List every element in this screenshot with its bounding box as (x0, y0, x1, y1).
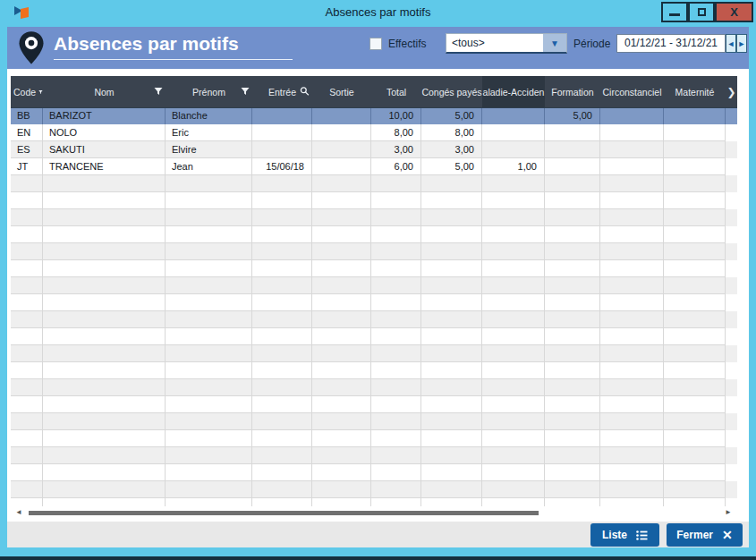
periode-next-button[interactable]: ► (736, 34, 747, 53)
table-cell-nom (43, 175, 166, 192)
table-cell-formation (545, 294, 600, 311)
table-row[interactable] (11, 498, 737, 506)
table-row[interactable] (11, 362, 737, 379)
table-cell-maladie_accident (482, 362, 545, 379)
table-cell-maternite (664, 311, 726, 328)
table-row[interactable] (11, 413, 737, 430)
table-cell-entree (252, 311, 312, 328)
table-row[interactable] (11, 447, 737, 464)
table-row[interactable] (11, 277, 737, 294)
table-cell-formation (545, 277, 600, 294)
table-row[interactable] (11, 481, 737, 498)
minimize-button[interactable] (661, 2, 688, 22)
table-row[interactable] (11, 294, 737, 311)
table-row[interactable] (11, 311, 737, 328)
table-row[interactable]: ESSAKUTIElvire3,003,00 (11, 141, 737, 158)
table-cell-maternite (664, 481, 726, 498)
motif-dropdown[interactable]: <tous> ▼ (446, 33, 567, 54)
scrollbar-thumb[interactable] (29, 511, 539, 515)
periode-field[interactable]: 01/12/21 - 31/12/21 (616, 34, 726, 53)
table-row[interactable]: ENNOLOEric8,008,00 (11, 124, 737, 141)
table-row[interactable] (11, 328, 737, 345)
table-row[interactable] (11, 243, 737, 260)
chevron-down-icon[interactable]: ▼ (543, 34, 566, 52)
column-header-nom[interactable]: Nom (43, 76, 166, 107)
table-cell-nom (43, 396, 166, 413)
table-cell-entree (252, 243, 312, 260)
titlebar: Absences par motifs X (0, 0, 756, 25)
scroll-left-icon[interactable]: ◄ (15, 508, 23, 517)
more-columns-button[interactable]: ❯ (726, 76, 737, 107)
scroll-right-icon[interactable]: ► (725, 508, 733, 517)
table-cell-sortie (312, 209, 371, 226)
table-cell-circonstanciel (600, 379, 664, 396)
column-header-circonstanciel[interactable]: Circonstanciel (600, 76, 664, 107)
table-cell-circonstanciel (600, 311, 664, 328)
close-button[interactable]: X (715, 2, 753, 22)
table-row[interactable]: BBBARIZOTBlanche10,005,005,00 (11, 107, 737, 125)
table-cell-sortie (312, 362, 371, 379)
table-cell-entree (252, 260, 312, 277)
column-header-code[interactable]: Code (11, 76, 43, 107)
table-cell-entree (252, 328, 312, 345)
table-cell-formation (545, 124, 600, 141)
table-row[interactable] (11, 345, 737, 362)
filter-icon[interactable] (154, 87, 163, 96)
window-title: Absences par motifs (0, 0, 756, 25)
table-cell-total (371, 243, 421, 260)
table-cell-circonstanciel (600, 243, 664, 260)
table-cell-prenom: Jean (166, 158, 252, 175)
table-cell-code: BB (11, 108, 43, 124)
table-cell-formation: 5,00 (545, 108, 600, 124)
table-cell-maternite (664, 413, 726, 430)
table-row[interactable] (11, 209, 737, 226)
table-cell-prenom (166, 226, 252, 243)
column-header-formation[interactable]: Formation (545, 76, 600, 107)
table-row[interactable] (11, 226, 737, 243)
table-row[interactable] (11, 192, 737, 209)
search-icon[interactable] (300, 86, 310, 96)
table-cell-maladie_accident (482, 124, 545, 141)
table-row[interactable] (11, 396, 737, 413)
column-header-total[interactable]: Total (371, 76, 421, 107)
periode-prev-button[interactable]: ◄ (726, 34, 736, 53)
column-header-maternite[interactable]: Maternité (664, 76, 726, 107)
table-cell-circonstanciel (600, 158, 664, 175)
app-window: Absences par motifs X Absences par motif… (0, 0, 756, 560)
table-row[interactable]: JTTRANCENEJean15/06/186,005,001,00 (11, 158, 737, 175)
filter-icon[interactable] (241, 87, 250, 96)
column-header-maladie_accident[interactable]: aladie-Acciden (482, 76, 545, 107)
table-row[interactable] (11, 260, 737, 277)
table-cell-prenom (166, 481, 252, 498)
table-row[interactable] (11, 379, 737, 396)
table-cell-maladie_accident (482, 226, 545, 243)
liste-button[interactable]: Liste (590, 523, 659, 547)
table-cell-total (371, 209, 421, 226)
table-cell-code (11, 294, 43, 311)
table-cell-sortie (312, 396, 371, 413)
fermer-button[interactable]: Fermer ✕ (667, 523, 743, 547)
table-cell-code (11, 277, 43, 294)
table-cell-maladie_accident (482, 108, 545, 124)
horizontal-scrollbar[interactable]: ◄ ► (7, 506, 742, 519)
column-header-sortie[interactable]: Sortie (312, 76, 371, 107)
column-header-prenom[interactable]: Prénom (166, 76, 252, 107)
table-cell-code (11, 175, 43, 192)
table-cell-nom: TRANCENE (43, 158, 166, 175)
table-cell-sortie (312, 158, 371, 175)
maximize-button[interactable] (688, 2, 715, 22)
table-cell-maladie_accident (482, 192, 545, 209)
table-cell-total (371, 447, 421, 464)
effectifs-checkbox[interactable] (370, 38, 382, 50)
table-row[interactable] (11, 175, 737, 192)
table-row[interactable] (11, 464, 737, 481)
column-header-conges_payes[interactable]: Congés payés (421, 76, 482, 107)
table-cell-code (11, 260, 43, 277)
table-row[interactable] (11, 430, 737, 447)
column-header-entree[interactable]: Entrée (252, 76, 312, 107)
table-cell-circonstanciel (600, 277, 664, 294)
table-cell-prenom (166, 345, 252, 362)
table-cell-formation (545, 328, 600, 345)
table-cell-code (11, 345, 43, 362)
table-cell-maladie_accident (482, 175, 545, 192)
